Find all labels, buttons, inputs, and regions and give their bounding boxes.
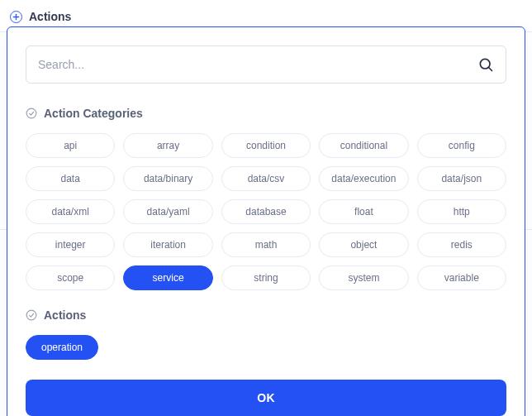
search-input[interactable] (38, 58, 477, 71)
category-chip-scope[interactable]: scope (26, 265, 115, 290)
categories-header: Action Categories (26, 107, 506, 120)
chip-label: variable (444, 272, 479, 284)
chip-label: object (350, 239, 377, 251)
chip-label: data/yaml (147, 206, 190, 218)
category-chip-data-yaml[interactable]: data/yaml (123, 199, 212, 224)
check-circle-icon (26, 108, 37, 119)
category-chip-data-csv[interactable]: data/csv (221, 166, 311, 191)
chip-label: redis (451, 239, 473, 251)
category-chip-variable[interactable]: variable (417, 265, 506, 290)
chip-label: array (157, 140, 179, 151)
chip-label: http (454, 206, 470, 218)
category-chip-data-binary[interactable]: data/binary (123, 166, 212, 191)
chip-label: math (255, 239, 278, 251)
categories-grid: apiarrayconditionconditionalconfigdatada… (26, 133, 506, 290)
category-chip-string[interactable]: string (221, 265, 311, 290)
category-chip-object[interactable]: object (319, 232, 408, 257)
category-chip-data-json[interactable]: data/json (417, 166, 506, 191)
actions-header: Actions (26, 308, 506, 322)
actions-title: Actions (44, 308, 86, 322)
chip-label: data/execution (331, 173, 396, 184)
category-chip-redis[interactable]: redis (417, 232, 506, 257)
categories-title: Action Categories (44, 107, 143, 120)
category-chip-data-xml[interactable]: data/xml (26, 199, 115, 224)
chip-label: service (153, 272, 184, 284)
svg-point-4 (26, 108, 36, 118)
category-chip-float[interactable]: float (319, 199, 408, 224)
chip-label: integer (55, 239, 86, 251)
chip-label: iteration (150, 239, 186, 251)
category-chip-math[interactable]: math (221, 232, 311, 257)
page-title: Actions (29, 10, 71, 23)
chip-label: config (449, 140, 475, 151)
category-chip-service[interactable]: service (123, 265, 212, 290)
ok-button[interactable]: OK (26, 380, 506, 416)
svg-line-3 (489, 68, 492, 71)
category-chip-iteration[interactable]: iteration (123, 232, 212, 257)
chip-label: condition (246, 140, 286, 151)
category-chip-data[interactable]: data (26, 166, 115, 191)
search-icon (477, 56, 494, 73)
category-chip-condition[interactable]: condition (221, 133, 311, 158)
category-chip-system[interactable]: system (319, 265, 408, 290)
category-chip-conditional[interactable]: conditional (319, 133, 408, 158)
actions-panel: Action Categories apiarrayconditioncondi… (7, 26, 525, 416)
svg-point-5 (26, 310, 36, 320)
chip-label: operation (41, 342, 83, 353)
category-chip-database[interactable]: database (221, 199, 311, 224)
chip-label: database (245, 206, 286, 218)
chip-label: data (61, 173, 80, 184)
chip-label: data/binary (144, 173, 192, 184)
category-chip-data-execution[interactable]: data/execution (319, 166, 408, 191)
category-chip-http[interactable]: http (417, 199, 506, 224)
chip-label: string (254, 272, 278, 284)
action-chip-operation[interactable]: operation (26, 335, 98, 360)
category-chip-api[interactable]: api (26, 133, 115, 158)
category-chip-array[interactable]: array (123, 133, 212, 158)
chip-label: conditional (340, 140, 387, 151)
chip-label: data/csv (248, 173, 285, 184)
search-field[interactable] (26, 45, 506, 84)
chip-label: system (348, 272, 379, 284)
chip-label: data/xml (52, 206, 89, 218)
category-chip-config[interactable]: config (417, 133, 506, 158)
chip-label: data/json (441, 173, 482, 184)
category-chip-integer[interactable]: integer (26, 232, 115, 257)
plus-circle-icon[interactable] (10, 11, 22, 23)
chip-label: scope (57, 272, 83, 284)
chip-label: float (354, 206, 373, 218)
chip-label: api (64, 140, 77, 151)
actions-row: operation (26, 335, 506, 360)
check-circle-icon (26, 309, 37, 321)
